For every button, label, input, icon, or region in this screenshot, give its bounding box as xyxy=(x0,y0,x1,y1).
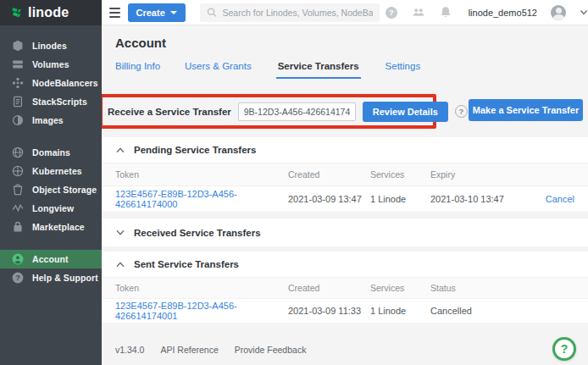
created-value: 2021-03-09 11:33 xyxy=(288,306,370,316)
cancel-link[interactable]: Cancel xyxy=(532,194,574,204)
token-link[interactable]: 123E4567-E89B-12D3-A456-426614174000 xyxy=(115,189,288,209)
sent-table-header: Token Created Services Status xyxy=(102,277,588,299)
domains-icon xyxy=(12,147,24,158)
column-header-status: Status xyxy=(430,283,532,293)
sidebar: Linodes Volumes NodeBalancers StackScrip… xyxy=(0,25,102,365)
column-header-token: Token xyxy=(115,169,288,180)
chevron-down-icon xyxy=(170,11,177,14)
images-icon xyxy=(12,114,24,126)
svg-text:?: ? xyxy=(15,274,19,282)
chevron-up-icon xyxy=(116,147,125,153)
received-section-toggle[interactable]: Received Service Transfers xyxy=(102,218,588,246)
footer: v1.34.0 API Reference Provide Feedback xyxy=(115,345,306,355)
help-icon[interactable]: ? xyxy=(385,6,398,19)
sidebar-item-account[interactable]: Account xyxy=(0,250,102,268)
avatar[interactable] xyxy=(551,5,566,20)
linode-logo: linode xyxy=(0,0,102,25)
stackscripts-icon xyxy=(12,96,24,108)
annotation-highlight-red-box: Receive a Service Transfer Review Detail… xyxy=(99,94,436,129)
provide-feedback-link[interactable]: Provide Feedback xyxy=(235,345,307,355)
column-header-token: Token xyxy=(115,283,288,293)
pending-table-row: 123E4567-E89B-12D3-A456-426614174000 202… xyxy=(102,186,588,212)
sidebar-item-kubernetes[interactable]: Kubernetes xyxy=(0,162,102,180)
sidebar-item-object-storage[interactable]: Object Storage xyxy=(0,180,102,199)
search-icon xyxy=(207,7,217,18)
column-header-created: Created xyxy=(288,169,370,180)
pending-table-header: Token Created Services Expiry xyxy=(102,163,588,186)
received-transfers-panel: Received Service Transfers xyxy=(102,218,588,246)
sent-section-toggle[interactable]: Sent Service Transfers xyxy=(102,252,588,277)
create-button[interactable]: Create xyxy=(128,3,186,22)
transfer-token-input[interactable] xyxy=(238,102,356,121)
services-value: 1 Linode xyxy=(370,306,430,316)
sidebar-item-volumes[interactable]: Volumes xyxy=(0,55,102,74)
app-version: v1.34.0 xyxy=(115,345,144,355)
status-value: Cancelled xyxy=(430,306,532,316)
linodes-icon xyxy=(12,40,24,52)
column-header-created: Created xyxy=(288,283,370,293)
sent-table-row: 123E4567-E89B-12D3-A456-426614174001 202… xyxy=(102,299,588,324)
column-header-expiry: Expiry xyxy=(430,169,532,180)
chevron-up-icon xyxy=(116,262,125,268)
sidebar-item-domains[interactable]: Domains xyxy=(0,143,102,162)
tab-billing-info[interactable]: Billing Info xyxy=(115,61,160,79)
topbar-actions: ? linode_demo512 xyxy=(385,5,588,20)
linode-cloud-manager: linode Create ? xyxy=(0,0,588,365)
pending-transfers-panel: Pending Service Transfers Token Created … xyxy=(102,137,588,212)
receive-transfer-label: Receive a Service Transfer xyxy=(108,107,231,117)
sidebar-item-linodes[interactable]: Linodes xyxy=(0,36,102,55)
chevron-down-icon xyxy=(116,230,125,235)
object-storage-icon xyxy=(12,184,24,196)
tab-service-transfers[interactable]: Service Transfers xyxy=(276,61,361,79)
global-search[interactable] xyxy=(200,3,380,22)
sidebar-item-images[interactable]: Images xyxy=(0,111,102,130)
token-link[interactable]: 123E4567-E89B-12D3-A456-426614174001 xyxy=(115,301,288,321)
search-input[interactable] xyxy=(223,8,373,18)
sidebar-item-help-support[interactable]: ? Help & Support xyxy=(0,268,102,287)
created-value: 2021-03-09 13:47 xyxy=(288,194,370,204)
kubernetes-icon xyxy=(12,165,24,177)
receive-help-icon[interactable]: ? xyxy=(455,105,468,118)
tab-users-grants[interactable]: Users & Grants xyxy=(185,61,252,79)
column-header-services: Services xyxy=(370,283,430,293)
menu-hamburger-icon[interactable] xyxy=(109,8,120,18)
pending-section-toggle[interactable]: Pending Service Transfers xyxy=(102,137,588,163)
sent-transfers-panel: Sent Service Transfers Token Created Ser… xyxy=(102,252,588,324)
api-reference-link[interactable]: API Reference xyxy=(160,345,218,355)
create-button-label: Create xyxy=(136,8,165,18)
sidebar-item-marketplace[interactable]: Marketplace xyxy=(0,218,102,236)
community-icon[interactable] xyxy=(412,6,425,19)
tab-settings[interactable]: Settings xyxy=(386,61,421,79)
logo-text: linode xyxy=(28,5,69,20)
user-menu-chevron-icon[interactable] xyxy=(580,8,588,16)
support-chat-bubble-icon[interactable]: ? xyxy=(552,337,576,361)
account-icon xyxy=(12,253,24,265)
longview-icon xyxy=(12,202,24,214)
volumes-icon xyxy=(12,58,24,70)
expiry-value: 2021-03-10 13:47 xyxy=(430,194,532,204)
make-service-transfer-button[interactable]: Make a Service Transfer xyxy=(469,99,583,121)
topbar: linode Create ? xyxy=(0,0,588,25)
sidebar-item-longview[interactable]: Longview xyxy=(0,199,102,218)
page-title: Account xyxy=(115,36,166,50)
linode-logo-icon xyxy=(11,7,23,19)
marketplace-icon xyxy=(12,221,24,233)
notifications-bell-icon[interactable] xyxy=(439,6,452,19)
review-details-button[interactable]: Review Details xyxy=(363,102,448,122)
sidebar-item-stackscripts[interactable]: StackScripts xyxy=(0,92,102,111)
services-value: 1 Linode xyxy=(370,194,430,204)
svg-text:?: ? xyxy=(389,8,394,17)
column-header-services: Services xyxy=(370,169,430,180)
nodebalancers-icon xyxy=(12,77,24,89)
sidebar-item-nodebalancers[interactable]: NodeBalancers xyxy=(0,74,102,92)
tab-bar: Billing Info Users & Grants Service Tran… xyxy=(115,61,420,79)
username[interactable]: linode_demo512 xyxy=(469,8,537,18)
help-icon: ? xyxy=(12,272,24,284)
